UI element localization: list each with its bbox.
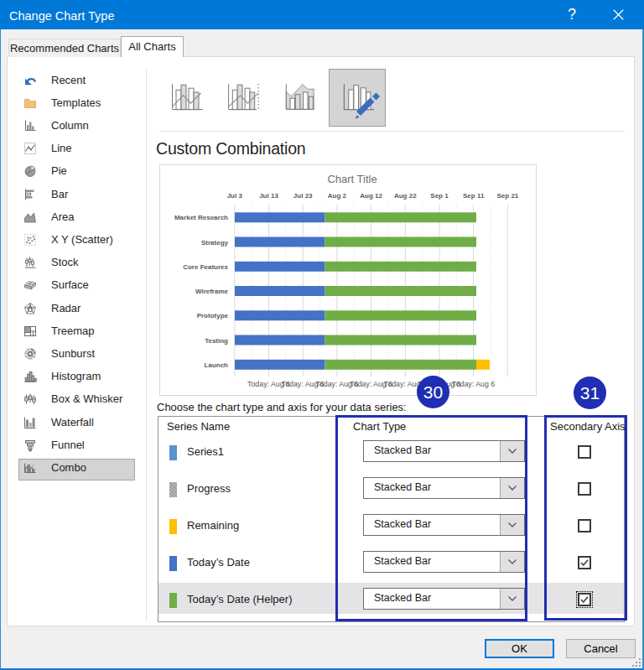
svg-text:Testing: Testing	[205, 337, 228, 345]
svg-text:Jul 23: Jul 23	[293, 192, 313, 200]
svg-text:Aug 22: Aug 22	[394, 192, 417, 200]
svg-text:Sep 21: Sep 21	[497, 192, 519, 200]
svg-text:Jul 3: Jul 3	[227, 192, 243, 200]
svg-text:Aug 2: Aug 2	[328, 192, 347, 200]
svg-text:Chart Title: Chart Title	[327, 173, 377, 185]
svg-text:Sep 11: Sep 11	[463, 192, 485, 200]
svg-text:Aug 12: Aug 12	[360, 192, 382, 200]
svg-text:Market Research: Market Research	[174, 214, 228, 221]
svg-text:Core Features: Core Features	[183, 263, 228, 271]
svg-text:Today: Aug 6: Today: Aug 6	[452, 380, 495, 388]
svg-text:Wireframe: Wireframe	[195, 288, 229, 295]
svg-text:Jul 13: Jul 13	[259, 192, 278, 200]
svg-text:Launch: Launch	[205, 361, 229, 369]
svg-text:Strategy: Strategy	[201, 239, 229, 247]
svg-text:Prototype: Prototype	[197, 312, 229, 319]
svg-text:Sep 1: Sep 1	[430, 192, 449, 200]
